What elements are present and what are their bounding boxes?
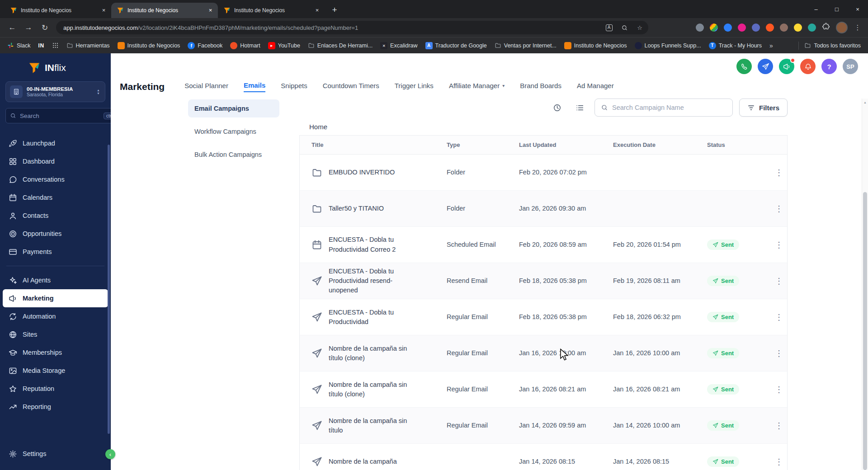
- apps-grid-icon[interactable]: [52, 42, 59, 49]
- row-menu-button[interactable]: ⋮: [770, 385, 788, 395]
- translate-icon[interactable]: A: [603, 22, 615, 33]
- bookmark-item[interactable]: Herramientas: [66, 42, 110, 49]
- table-row[interactable]: ENCUESTA - Dobla tu Productividad Regula…: [300, 299, 787, 335]
- sidebar-item-payments[interactable]: Payments: [0, 243, 111, 261]
- row-menu-button[interactable]: ⋮: [770, 348, 788, 358]
- table-row[interactable]: EMBUDO INVERTIDO Folder Feb 20, 2026 07:…: [300, 155, 787, 191]
- row-menu-button[interactable]: ⋮: [770, 312, 788, 322]
- sidebar-item-contacts[interactable]: Contacts: [0, 207, 111, 225]
- tab-close-icon[interactable]: ×: [207, 7, 214, 14]
- browser-tab-1[interactable]: Instituto de Negocios ×: [5, 3, 111, 18]
- table-row[interactable]: Nombre de la campaña sin título (clone) …: [300, 335, 787, 371]
- sidebar-item-launchpad[interactable]: Launchpad: [0, 134, 111, 152]
- row-menu-button[interactable]: ⋮: [770, 457, 788, 467]
- maximize-button[interactable]: □: [826, 0, 847, 18]
- tab-trigger-links[interactable]: Trigger Links: [395, 82, 434, 92]
- table-row[interactable]: Nombre de la campaña sin título Regular …: [300, 408, 787, 444]
- sidebar-item-marketing[interactable]: Marketing: [3, 289, 108, 307]
- subnav-workflow-campaigns[interactable]: Workflow Campaigns: [188, 122, 279, 141]
- sidebar-item-dashboard[interactable]: Dashboard: [0, 152, 111, 170]
- bookmark-item[interactable]: YouTube: [268, 42, 300, 49]
- bookmark-item[interactable]: Hotmart: [230, 42, 260, 49]
- bookmark-item[interactable]: Excalidraw: [380, 42, 417, 49]
- row-menu-button[interactable]: ⋮: [770, 168, 788, 178]
- extension-icon[interactable]: [696, 24, 704, 32]
- tab-brand-boards[interactable]: Brand Boards: [520, 82, 561, 92]
- search-in-page-icon[interactable]: [618, 22, 630, 33]
- reload-button[interactable]: ↻: [37, 20, 52, 35]
- tab-close-icon[interactable]: ×: [313, 7, 321, 14]
- sidebar-item-settings[interactable]: Settings: [0, 445, 111, 463]
- bookmark-item[interactable]: Ventas por Internet...: [495, 42, 557, 49]
- sidebar-item-memberships[interactable]: Memberships: [0, 343, 111, 362]
- extension-icon[interactable]: [808, 24, 816, 32]
- sidebar-item-opportunities[interactable]: Opportunities: [0, 225, 111, 243]
- filters-button[interactable]: Filters: [739, 99, 788, 117]
- user-avatar[interactable]: SP: [843, 59, 858, 74]
- tab-close-icon[interactable]: ×: [100, 7, 108, 14]
- phone-icon[interactable]: [736, 59, 752, 74]
- scrollbar-thumb[interactable]: [863, 192, 867, 470]
- row-menu-button[interactable]: ⋮: [770, 421, 788, 431]
- subnav-email-campaigns[interactable]: Email Campaigns: [188, 99, 279, 118]
- minimize-button[interactable]: –: [806, 0, 826, 18]
- sidebar-item-media-storage[interactable]: Media Storage: [0, 362, 111, 380]
- list-view-icon[interactable]: [572, 99, 588, 116]
- help-icon[interactable]: ?: [821, 59, 837, 74]
- table-row[interactable]: Taller50 y TITANIO Folder Jan 26, 2026 0…: [300, 191, 787, 227]
- bookmark-star-icon[interactable]: ☆: [634, 22, 646, 33]
- sidebar-item-automation[interactable]: Automation: [0, 307, 111, 325]
- subnav-bulk-action-campaigns[interactable]: Bulk Action Campaigns: [188, 146, 279, 164]
- close-button[interactable]: ×: [847, 0, 868, 18]
- table-row[interactable]: ENCUESTA - Dobla tu Productividad Correo…: [300, 227, 787, 263]
- bookmark-in[interactable]: IN: [38, 42, 44, 49]
- bookmark-item[interactable]: Traductor de Google: [425, 42, 487, 49]
- forward-button[interactable]: →: [21, 20, 36, 35]
- page-scrollbar[interactable]: ▲: [862, 99, 868, 470]
- sidebar-search-input[interactable]: [20, 113, 100, 119]
- tab-ad-manager[interactable]: Ad Manager: [577, 82, 614, 92]
- tab-snippets[interactable]: Snippets: [281, 82, 307, 92]
- sidebar-item-conversations[interactable]: Conversations: [0, 170, 111, 188]
- announcements-icon[interactable]: [779, 59, 794, 74]
- sidebar-item-reporting[interactable]: Reporting: [0, 398, 111, 416]
- tab-countdown-timers[interactable]: Countdown Timers: [323, 82, 379, 92]
- table-row[interactable]: Nombre de la campaña Jan 14, 2026 08:15 …: [300, 444, 787, 470]
- sidebar-item-calendars[interactable]: Calendars: [0, 188, 111, 207]
- extension-icon[interactable]: [738, 24, 746, 32]
- browser-tab-3[interactable]: Instituto de Negocios ×: [218, 3, 325, 18]
- extension-icon[interactable]: [766, 24, 774, 32]
- sidebar-item-ai-agents[interactable]: AI Agents: [0, 271, 111, 289]
- scrollbar-up-arrow[interactable]: ▲: [862, 99, 868, 106]
- bookmark-slack[interactable]: Slack: [7, 42, 31, 49]
- bookmark-item[interactable]: Instituto de Negocios: [564, 42, 627, 49]
- browser-tab-2-active[interactable]: Instituto de Negocios ×: [111, 3, 218, 18]
- tab-affiliate-manager[interactable]: Affiliate Manager▾: [449, 82, 505, 92]
- extension-icon[interactable]: [710, 24, 718, 32]
- table-row[interactable]: ENCUESTA - Dobla tu Productividad resend…: [300, 263, 787, 299]
- campaign-search-input[interactable]: [612, 104, 726, 111]
- bookmark-item[interactable]: Enlaces De Herrami...: [308, 42, 373, 49]
- row-menu-button[interactable]: ⋮: [770, 240, 788, 250]
- browser-menu-icon[interactable]: ⋮: [854, 24, 862, 32]
- bookmarks-overflow-chevron[interactable]: »: [769, 42, 773, 49]
- bookmark-item[interactable]: Track - My Hours: [709, 42, 762, 49]
- browser-profile-avatar[interactable]: [836, 22, 848, 33]
- sidebar-item-reputation[interactable]: Reputation: [0, 380, 111, 398]
- sidebar-scrollbar[interactable]: [108, 145, 110, 434]
- schedule-view-icon[interactable]: [549, 99, 566, 116]
- table-row[interactable]: Nombre de la campaña sin título (clone) …: [300, 371, 787, 408]
- row-menu-button[interactable]: ⋮: [770, 276, 788, 286]
- extensions-puzzle-icon[interactable]: [822, 23, 830, 33]
- location-switcher[interactable]: 00-IN-MEMBRESIA Sarasota, Florida ▲▼: [5, 81, 105, 102]
- all-favorites[interactable]: Todos los favoritos: [798, 42, 861, 50]
- bookmark-item[interactable]: Instituto de Negocios: [118, 42, 180, 49]
- breadcrumb[interactable]: Home: [309, 123, 788, 131]
- extension-icon[interactable]: [724, 24, 732, 32]
- bookmark-item[interactable]: Loops Funnels Supp...: [635, 42, 701, 49]
- row-menu-button[interactable]: ⋮: [770, 204, 788, 214]
- tab-social-planner[interactable]: Social Planner: [184, 82, 228, 92]
- bookmark-item[interactable]: Facebook: [188, 42, 222, 49]
- back-button[interactable]: ←: [5, 20, 20, 35]
- send-app-icon[interactable]: [758, 59, 773, 74]
